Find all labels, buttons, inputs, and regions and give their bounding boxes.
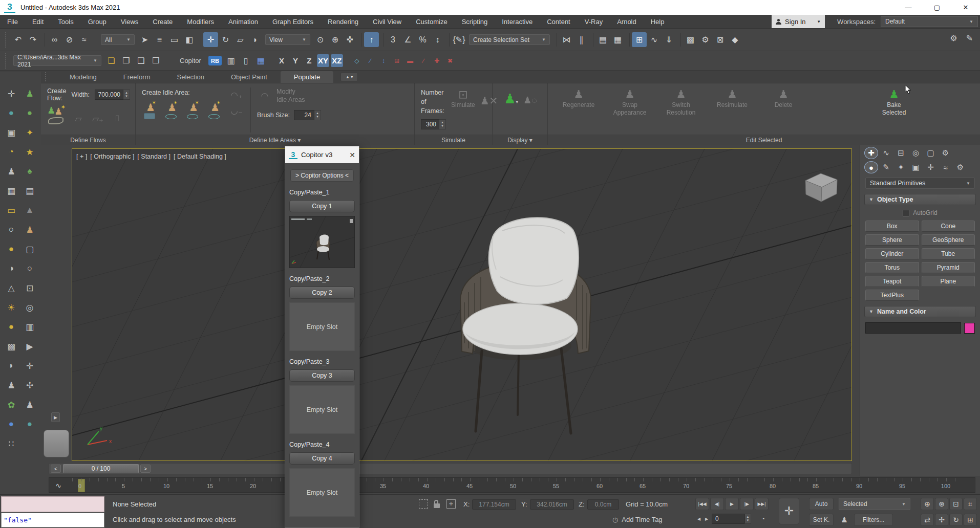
primitive-button[interactable]: Box [865, 221, 919, 232]
keyboard-override-icon[interactable]: ↑ [364, 32, 379, 47]
script-tree-icon[interactable]: ❑ [134, 53, 148, 68]
play-button[interactable]: ▶ [725, 498, 739, 510]
render-setup-icon[interactable]: ⚙ [698, 32, 713, 47]
zoom-extents-icon[interactable]: ⊡ [949, 498, 963, 510]
left-tool-icon[interactable]: ● [20, 414, 39, 434]
prev-frame-button[interactable]: ◀| [710, 498, 724, 510]
go-start-button[interactable]: |◀◀ [695, 498, 709, 510]
rb-button[interactable]: RB [208, 56, 222, 65]
settings-gear-icon[interactable]: ⚙ [946, 31, 961, 46]
next-frame-button[interactable]: |▶ [740, 498, 754, 510]
primitive-button[interactable]: Cone [922, 221, 975, 232]
create-flow-button[interactable]: ♟♟ [47, 105, 67, 125]
copy-button[interactable]: Copy 4 [289, 452, 355, 465]
undo-icon[interactable]: ↶ [11, 32, 26, 47]
swap-appearance-button[interactable]: ♟ Swap Appearance [605, 87, 654, 116]
selection-lock-icon[interactable] [432, 499, 441, 509]
mini-slash-blue-icon[interactable]: ∕ [365, 55, 376, 67]
flow-ramp-edit-icon[interactable]: ⎍ [110, 112, 125, 125]
left-tool-icon[interactable]: ▢ [20, 239, 39, 259]
copy-slot-thumbnail[interactable] [289, 216, 355, 268]
flow-ramp-icon[interactable]: ▱ [71, 112, 86, 125]
menu-item[interactable]: Modifiers [180, 15, 221, 28]
delete-button[interactable]: ♟ Delete [759, 87, 808, 116]
spinner-snap-icon[interactable]: ↕ [430, 32, 445, 47]
curve-editor-icon[interactable]: ∿ [647, 32, 662, 47]
add-time-tag[interactable]: ◷ Add Time Tag [612, 516, 663, 523]
copitor-options-button[interactable]: > Copitor Options < [290, 169, 354, 182]
primitive-button[interactable]: Pyramid [922, 262, 975, 273]
toolbar-icon[interactable] [445, 33, 450, 47]
axis-x-button[interactable]: X [275, 54, 288, 67]
ribbon-tab[interactable]: Freeform [110, 71, 164, 83]
next-key-icon[interactable]: ▶ [703, 514, 710, 524]
mini-slash-red-icon[interactable]: ∕ [418, 55, 429, 67]
spinner-arrows-icon[interactable]: ▲▼ [439, 119, 446, 129]
menu-item[interactable]: File [0, 15, 25, 28]
spinner-arrows-icon[interactable]: ▲▼ [314, 110, 321, 120]
next-frame-button[interactable]: > [140, 465, 151, 473]
left-tool-icon[interactable]: ▣ [2, 123, 20, 142]
mini-plus-red-icon[interactable]: ✚ [431, 55, 442, 67]
regenerate-button[interactable]: ♟ Regenerate [554, 87, 603, 116]
frame-spinner[interactable]: ▲▼ [744, 514, 751, 524]
display-tab-icon[interactable]: ▢ [924, 147, 938, 159]
modify-idle-icon[interactable]: ◠ [257, 89, 272, 102]
use-center-icon[interactable]: ⊕ [328, 32, 343, 47]
maximize-button[interactable]: ▢ [923, 0, 951, 15]
time-slider[interactable]: < 0 / 100 > [49, 463, 852, 474]
isolate-selection-icon[interactable] [419, 499, 428, 509]
copy-button[interactable]: Copy 2 [289, 287, 355, 299]
toolbar-grip[interactable] [5, 53, 8, 69]
ribbon-tab[interactable]: Object Paint [218, 71, 281, 83]
toolbar-icon[interactable] [197, 33, 201, 47]
display-hidden-icon[interactable]: ♟◌ [523, 95, 537, 106]
toolbar-icon[interactable] [379, 33, 384, 47]
edit-pencil-icon[interactable]: ✎ [962, 31, 977, 46]
left-tool-icon[interactable]: ○ [20, 259, 39, 278]
edit-selected-label[interactable]: Edit Selected [548, 135, 980, 145]
primitive-button[interactable]: Cylinder [865, 248, 919, 259]
ribbon-tab[interactable]: Modeling [56, 71, 110, 83]
primitive-button[interactable]: Teapot [865, 276, 919, 287]
toolbar-icon[interactable] [625, 33, 630, 47]
systems-icon[interactable]: ⚙ [953, 161, 967, 173]
schematic-view-icon[interactable]: ⇓ [662, 32, 676, 47]
lights-icon[interactable]: ✦ [894, 161, 908, 173]
zoom-all-icon[interactable]: ⊛ [935, 498, 948, 510]
left-tool-icon[interactable]: ☀ [2, 298, 20, 317]
toolbar-icon[interactable] [357, 33, 362, 47]
empty-slot[interactable]: Empty Slot [289, 302, 355, 351]
maximize-viewport-icon[interactable]: ⊞ [964, 514, 977, 526]
scene-explorer-icon[interactable]: ▤ [595, 32, 610, 47]
left-tool-icon[interactable]: ● [20, 103, 39, 123]
rect-selection-icon[interactable]: ▭ [167, 32, 182, 47]
left-tool-icon[interactable]: ✛ [2, 84, 20, 103]
copy-button[interactable]: Copy 1 [289, 200, 355, 212]
left-tool-icon[interactable]: ✿ [2, 395, 20, 414]
mini-bar-red-icon[interactable]: ▬ [404, 55, 416, 67]
resimulate-button[interactable]: ♟ Resimulate [708, 87, 757, 116]
left-tool-icon[interactable]: ● [2, 239, 20, 259]
left-tool-icon[interactable]: ▶ [20, 337, 39, 356]
idle-talking-button[interactable]: ♟ [185, 101, 200, 120]
left-tool-icon[interactable]: ♟ [2, 162, 20, 181]
mini-x-red-icon[interactable]: ✖ [444, 55, 456, 67]
menu-item[interactable]: Tools [51, 15, 80, 28]
set-key-button[interactable]: Set K. [809, 514, 834, 526]
viewport[interactable]: x y [ + ] [ Orthographic ] [ Standard ] … [72, 148, 852, 461]
primitive-button[interactable]: Torus [865, 262, 919, 273]
window-crossing-icon[interactable]: ◧ [182, 32, 197, 47]
select-object-icon[interactable]: ➤ [137, 32, 152, 47]
go-end-button[interactable]: ▶▶| [755, 498, 769, 510]
define-flows-label[interactable]: Define Flows [41, 135, 135, 145]
axis-xy-button[interactable]: XY [317, 54, 329, 67]
primitive-button[interactable]: Plane [922, 276, 975, 287]
toolbar-icon[interactable] [40, 33, 45, 47]
rendered-frame-icon[interactable]: ⊠ [713, 32, 728, 47]
left-tool-icon[interactable]: ▦ [2, 181, 20, 201]
left-tool-icon[interactable]: ♟ [20, 220, 39, 239]
toolbar-grip[interactable] [5, 32, 8, 48]
pan-hand-icon[interactable]: ✢ [935, 514, 948, 526]
x-coordinate-field[interactable]: 177.154cm [472, 499, 516, 510]
